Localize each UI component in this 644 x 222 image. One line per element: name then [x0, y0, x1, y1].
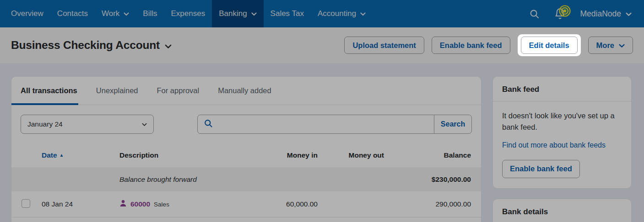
edit-details-button[interactable]: Edit details	[521, 37, 578, 54]
top-navbar: Overview Contacts Work Bills Expenses Ba…	[0, 0, 644, 27]
period-select[interactable]: January 24	[21, 115, 154, 134]
nav-item-accounting[interactable]: Accounting	[311, 0, 373, 27]
nav-item-banking[interactable]: Banking	[212, 0, 263, 27]
account-menu[interactable]: MediaNode	[580, 9, 632, 19]
nav-item-expenses[interactable]: Expenses	[164, 0, 212, 27]
next-row-partial	[11, 217, 481, 222]
search-button[interactable]: Search	[434, 115, 471, 133]
contact-code-link[interactable]: 60000	[130, 200, 150, 208]
bank-details-card: Bank details	[492, 199, 632, 222]
search-group: Search	[197, 115, 472, 134]
bank-details-card-title: Bank details	[493, 199, 631, 222]
transactions-card: All transactions Unexplained For approva…	[11, 76, 482, 222]
nav-item-sales-tax[interactable]: Sales Tax	[264, 0, 311, 27]
upload-statement-button[interactable]: Upload statement	[344, 37, 424, 54]
description-column-header: Description	[106, 151, 254, 159]
chevron-down-icon	[142, 120, 147, 128]
more-button[interactable]: More	[588, 37, 633, 54]
nav-right-group: MediaNode	[529, 8, 644, 20]
balance-brought-forward-row: Balance brought forward $230,000.00	[11, 167, 481, 191]
transaction-description: Sales	[154, 201, 169, 208]
search-input[interactable]	[217, 121, 428, 128]
main-content: All transactions Unexplained For approva…	[0, 63, 644, 222]
date-column-sort[interactable]: Date ▲	[42, 151, 106, 159]
chevron-down-icon	[251, 9, 257, 18]
balance-forward-label: Balance brought forward	[106, 175, 254, 184]
tab-unexplained[interactable]: Unexplained	[96, 77, 138, 105]
transaction-date: 08 Jan 24	[42, 200, 106, 208]
transactions-tabs: All transactions Unexplained For approva…	[11, 77, 481, 105]
bank-feed-card: Bank feed It doesn't look like you've se…	[492, 76, 632, 189]
balance-forward-amount: $230,000.00	[384, 175, 471, 184]
search-icon[interactable]	[529, 9, 540, 19]
sort-ascending-icon: ▲	[60, 153, 64, 158]
nav-item-bills[interactable]: Bills	[136, 0, 164, 27]
chevron-down-icon	[360, 9, 366, 18]
sidebar: Bank feed It doesn't look like you've se…	[492, 76, 632, 222]
chevron-down-icon	[619, 41, 625, 50]
chevron-down-icon	[165, 39, 172, 52]
chevron-down-icon	[626, 9, 632, 19]
nav-item-overview[interactable]: Overview	[4, 0, 50, 27]
notifications-bell-icon[interactable]	[554, 8, 566, 20]
filter-row: January 24 Search	[11, 105, 481, 143]
notification-pulse-badge-icon	[558, 4, 572, 20]
bank-feed-message: It doesn't look like you've set up a ban…	[502, 110, 622, 133]
account-title-dropdown[interactable]: Business Checking Account	[11, 39, 172, 52]
balance-amount: 290,000.00	[384, 200, 471, 208]
money-in-column-header: Money in	[254, 151, 318, 159]
tab-for-approval[interactable]: For approval	[157, 77, 200, 105]
nav-item-contacts[interactable]: Contacts	[50, 0, 95, 27]
header-actions: Upload statement Enable bank feed Edit d…	[344, 34, 633, 56]
tab-manually-added[interactable]: Manually added	[218, 77, 271, 105]
chevron-down-icon	[124, 9, 129, 18]
table-header-row: Date ▲ Description Money in Money out Ba…	[11, 143, 481, 167]
money-in-amount: 60,000.00	[254, 200, 318, 208]
nav-item-work[interactable]: Work	[95, 0, 136, 27]
search-field	[198, 115, 434, 133]
page-title: Business Checking Account	[11, 39, 160, 52]
enable-bank-feed-button[interactable]: Enable bank feed	[432, 37, 510, 54]
search-icon	[204, 119, 213, 130]
tab-all-transactions[interactable]: All transactions	[21, 77, 77, 105]
page-header: Business Checking Account Upload stateme…	[0, 27, 644, 63]
row-checkbox[interactable]	[22, 199, 30, 208]
money-out-column-header: Money out	[318, 151, 384, 159]
balance-column-header: Balance	[384, 151, 471, 159]
transaction-row: 08 Jan 24 60000 Sales 60,000.00 290,000.…	[11, 191, 481, 217]
person-icon	[119, 200, 127, 209]
bank-feeds-info-link[interactable]: Find out more about bank feeds	[502, 140, 606, 151]
tutorial-spotlight: Edit details	[518, 34, 581, 56]
bank-feed-card-title: Bank feed	[493, 77, 631, 101]
sidebar-enable-bank-feed-button[interactable]: Enable bank feed	[502, 160, 580, 178]
